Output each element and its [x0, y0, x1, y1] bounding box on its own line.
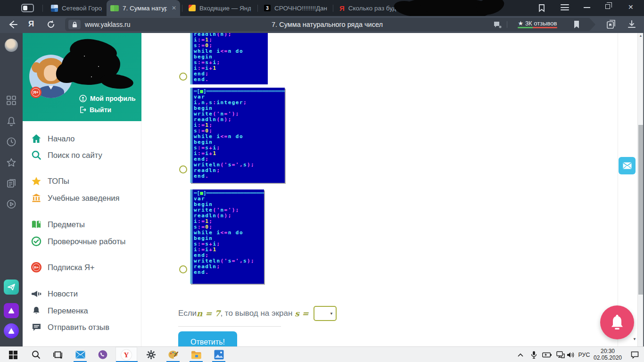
tab-close-icon[interactable]: ✕ — [172, 5, 176, 11]
yaklass-favicon — [110, 5, 119, 11]
sidebar-item-subjects[interactable]: Предметы — [31, 217, 140, 231]
page-content: Я+ Мой профиль Выйти Начало — [0, 33, 644, 346]
exit-door-icon — [79, 106, 86, 114]
minimize-icon[interactable] — [584, 7, 590, 8]
option-radio-2[interactable] — [179, 165, 187, 173]
tab-yandex-question[interactable]: Я Сколько раз буд — [336, 0, 402, 16]
page-title: 7. Сумма натурального ряда чисел — [65, 21, 589, 28]
yaklass-sidebar: Я+ Мой профиль Выйти Начало — [23, 33, 141, 346]
envelope-icon — [623, 162, 632, 169]
taskbar-search-button[interactable] — [26, 347, 45, 362]
language-indicator[interactable]: РУС — [576, 347, 592, 362]
profile-person-icon — [79, 95, 87, 102]
sidebar-item-home[interactable]: Начало — [31, 132, 140, 146]
protect-chat-icon[interactable] — [493, 21, 502, 29]
tab-divider — [333, 5, 333, 12]
download-icon[interactable] — [627, 20, 636, 29]
sidebar-item-label: Отправить отзыв — [48, 323, 109, 332]
yandex-music-app-icon[interactable] — [4, 303, 19, 318]
answer-dropdown[interactable]: ▼ — [314, 306, 337, 321]
notifications-bell-icon[interactable] — [6, 116, 17, 126]
close-icon[interactable]: ✕ — [628, 3, 634, 11]
my-profile-link[interactable]: Мой профиль — [79, 95, 136, 102]
settings-app-button[interactable] — [141, 347, 160, 362]
tab-yaklass-active[interactable]: 7. Сумма натурал ✕ — [107, 0, 180, 16]
messenger-app-icon[interactable] — [4, 280, 19, 295]
yandex-browser-button[interactable]: Y — [116, 347, 137, 362]
photos-app-button[interactable] — [210, 347, 227, 362]
tab-network-city[interactable]: Сетевой Город. Об — [47, 0, 106, 16]
question-row: Если n = 7 , то вывод на экран s = ▼ — [178, 305, 337, 321]
tab-title: Сетевой Город. Об — [62, 5, 102, 12]
yandex-alice-app-icon[interactable] — [4, 323, 19, 338]
mail-app-button[interactable] — [72, 347, 89, 362]
yandex-logo-icon[interactable]: Я — [28, 19, 34, 29]
notifications-fab[interactable] — [600, 305, 634, 339]
math-var-n: n — [197, 309, 202, 318]
site-rating-badge[interactable]: ★ 3К отзывов — [515, 20, 560, 27]
option-radio-3[interactable] — [179, 265, 187, 273]
tab-divider — [42, 5, 43, 12]
video-play-icon[interactable] — [6, 199, 17, 209]
tab-panel-toggle-icon[interactable] — [21, 4, 34, 12]
sidebar-item-label: Проверочные работы — [48, 237, 125, 246]
tray-microphone[interactable] — [528, 347, 539, 362]
sidebar-item-label: Переменка — [48, 306, 88, 315]
tab-znanija[interactable]: 3 СРОЧНО!!!!!!!!Дано — [260, 0, 331, 16]
sidebar-item-search[interactable]: Поиск по сайту — [31, 148, 140, 162]
back-icon[interactable] — [8, 20, 18, 29]
favorites-star-icon[interactable] — [6, 157, 17, 168]
megaphone-icon — [31, 288, 41, 299]
collections-icon[interactable] — [606, 19, 617, 30]
taskbar-clock[interactable]: 20:30 02.05.2020 — [590, 348, 625, 361]
search-icon — [31, 150, 41, 160]
scrollbar-down-icon[interactable]: ▼ — [633, 337, 636, 341]
articles-icon[interactable] — [6, 178, 17, 189]
viber-app-button[interactable] — [94, 347, 111, 362]
sidebar-item-feedback[interactable]: Отправить отзыв — [31, 320, 140, 334]
sidebar-item-label: Учебные заведения — [48, 194, 119, 203]
sidebar-item-ya-plus[interactable]: Я+ Подписка Я+ — [31, 260, 140, 274]
option-radio-1[interactable] — [179, 73, 187, 81]
sidebar-item-peremenka[interactable]: Переменка — [31, 304, 140, 318]
sidebar-item-tests[interactable]: Проверочные работы — [31, 234, 140, 248]
rail-profile-avatar[interactable] — [5, 39, 18, 52]
code-option-2: ═[■]════════════════════════════════════… — [190, 88, 285, 183]
tab-yandex-mail[interactable]: Входящие — Яндек — [185, 0, 255, 16]
sidebar-item-news[interactable]: Новости — [31, 287, 140, 301]
sidebar-item-tops[interactable]: ТОПы — [31, 174, 140, 188]
tableau-grid-icon[interactable] — [6, 95, 17, 106]
sidebar-item-label: Начало — [48, 134, 75, 143]
sidebar-item-label: ТОПы — [48, 177, 69, 186]
address-bar[interactable]: www.yaklass.ru 7. Сумма натурального ряд… — [65, 18, 589, 31]
tab-title: СРОЧНО!!!!!!!!Дано — [274, 5, 327, 12]
answer-button[interactable]: Ответить! — [178, 331, 237, 346]
task-view-button[interactable] — [48, 347, 67, 362]
scrollbar-thumb[interactable] — [638, 125, 643, 295]
bookmark-flag-icon[interactable] — [573, 20, 580, 29]
ya-plus-avatar-badge: Я+ — [30, 87, 41, 98]
page-scrollbar[interactable]: ▲ — [637, 33, 643, 346]
restore-icon[interactable] — [605, 4, 610, 9]
tray-battery[interactable] — [540, 347, 553, 362]
refresh-icon[interactable] — [46, 20, 56, 29]
action-center-button[interactable] — [628, 347, 641, 362]
explorer-app-button[interactable] — [188, 347, 205, 362]
history-clock-icon[interactable] — [6, 137, 17, 147]
logout-link[interactable]: Выйти — [79, 106, 111, 114]
rating-label: 3К отзывов — [525, 20, 557, 27]
sidebar-panel-icon[interactable] — [537, 4, 546, 12]
start-button[interactable] — [4, 347, 23, 362]
chevron-up-icon — [518, 353, 523, 357]
tab-title: Сколько раз буд — [348, 5, 396, 12]
sidebar-item-schools[interactable]: Учебные заведения — [31, 191, 140, 205]
gear-icon — [146, 350, 156, 360]
paint-app-button[interactable] — [165, 347, 182, 362]
browser-menu-icon[interactable] — [561, 4, 569, 12]
yandex-browser-icon: Y — [121, 350, 132, 360]
tray-volume[interactable] — [564, 347, 577, 362]
my-profile-label: Мой профиль — [90, 95, 136, 102]
feedback-envelope-tab[interactable] — [619, 157, 636, 174]
search-icon — [32, 350, 41, 359]
tray-chevron-button[interactable] — [515, 347, 526, 362]
